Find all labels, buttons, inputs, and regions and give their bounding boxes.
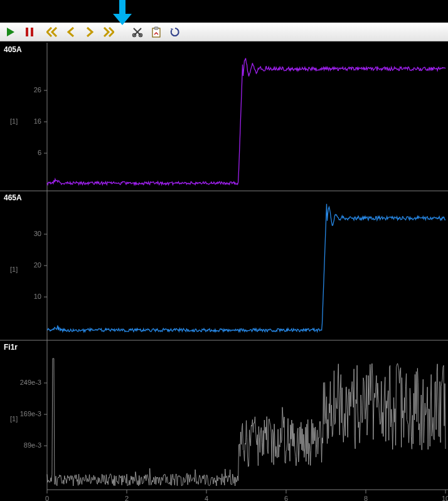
step-forward-button[interactable] [82, 24, 98, 40]
step-back-button[interactable] [63, 24, 79, 40]
play-button[interactable] [3, 24, 19, 40]
chart-area[interactable]: 405A 465A Fi1r [1] [1] [1] 26 16 6 30 20… [0, 43, 448, 501]
plot-canvas [0, 43, 448, 501]
svg-rect-1 [31, 28, 33, 36]
refresh-button[interactable] [167, 24, 183, 40]
svg-rect-0 [26, 28, 28, 36]
copy-button[interactable] [148, 24, 164, 40]
pause-button[interactable] [21, 24, 38, 40]
callout-arrow-icon [113, 0, 132, 28]
rewind-button[interactable] [44, 24, 60, 40]
svg-rect-5 [154, 27, 158, 30]
playback-toolbar [0, 23, 448, 41]
